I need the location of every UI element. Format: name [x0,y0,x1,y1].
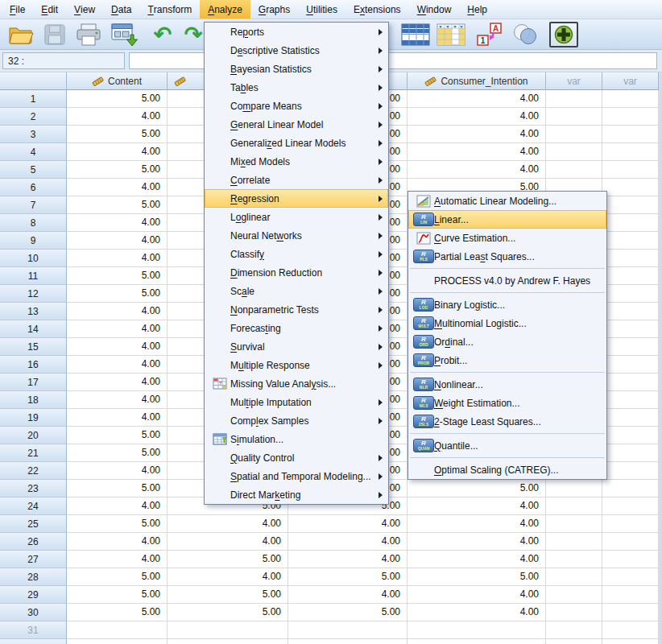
row-header-5[interactable]: 5 [0,161,67,179]
cell-var2-row32[interactable] [602,639,659,644]
cell-content-row23[interactable]: 5.00 [67,480,168,497]
regression-submenu-item-partial-least-squares[interactable]: RPLSPartial Least Squares... [408,247,606,266]
analyze-menu-item-spatial-and-temporal-modeling[interactable]: Spatial and Temporal Modeling... [205,467,388,485]
row-header-7[interactable]: 7 [0,196,67,214]
row-header-31[interactable]: 31 [0,621,67,639]
analyze-menu-item-scale[interactable]: Scale [205,282,388,300]
row-header-17[interactable]: 17 [0,374,67,391]
cell-var2-row24[interactable] [602,497,659,515]
cell-var1-row1[interactable] [546,90,602,108]
cell-v2-row26[interactable]: 4.00 [168,533,288,551]
regression-submenu-item-ordinal[interactable]: RORDOrdinal... [408,332,606,351]
cell-ci-row32[interactable] [408,639,546,644]
row-header-19[interactable]: 19 [0,409,67,427]
cell-var2-row12[interactable] [602,285,659,303]
analyze-menu-item-missing-value-analysis[interactable]: ?Missing Value Analysis... [205,374,388,393]
cell-var2-row9[interactable] [602,232,659,250]
row-header-10[interactable]: 10 [0,250,67,267]
regression-submenu-item-automatic-linear-modeling[interactable]: Automatic Linear Modeling... [408,192,606,210]
analyze-menu-item-generalized-linear-models[interactable]: Generalized Linear Models [205,134,388,152]
analyze-menu-item-forecasting[interactable]: Forecasting [205,319,388,337]
row-header-18[interactable]: 18 [0,391,67,409]
cell-var2-row3[interactable] [602,126,659,143]
cell-ci-row25[interactable]: 4.00 [408,515,546,533]
cell-content-row18[interactable]: 4.00 [67,391,168,409]
cell-content-row12[interactable]: 5.00 [67,285,168,303]
analyze-menu-item-nonparametric-tests[interactable]: Nonparametric Tests [205,300,388,319]
cell-var2-row10[interactable] [602,250,659,267]
cell-ci-row31[interactable] [408,621,546,639]
cell-var2-row25[interactable] [602,515,659,533]
regression-submenu-item-quantile[interactable]: RQUANQuantile... [408,436,606,455]
cell-var2-row22[interactable] [602,462,659,480]
analyze-menu-item-multiple-imputation[interactable]: Multiple Imputation [205,393,388,411]
regression-submenu-item-binary-logistic[interactable]: RLOGBinary Logistic... [408,295,606,314]
menubar-item-help[interactable]: Help [459,0,495,19]
analyze-menu-item-simulation[interactable]: Simulation... [205,430,388,448]
row-header-13[interactable]: 13 [0,303,67,320]
cell-content-row16[interactable]: 4.00 [67,356,168,374]
row-header-20[interactable]: 20 [0,427,67,444]
cell-var2-row13[interactable] [602,303,659,320]
menubar-item-extensions[interactable]: Extensions [345,0,409,19]
cell-var1-row5[interactable] [546,161,602,179]
cell-var2-row30[interactable] [602,604,659,621]
row-header-11[interactable]: 11 [0,267,67,285]
cell-content-row7[interactable]: 5.00 [67,196,168,214]
save-icon[interactable] [40,22,69,47]
cell-ci-row30[interactable]: 4.00 [408,604,546,621]
regression-submenu-item-multinomial-logistic[interactable]: RMULTMultinomial Logistic... [408,314,606,332]
cell-v3-row29[interactable]: 4.00 [288,586,408,604]
variables-table-icon[interactable] [437,22,465,47]
cell-var2-row2[interactable] [602,108,659,126]
cell-var2-row4[interactable] [602,143,659,161]
cell-content-row22[interactable]: 4.00 [67,462,168,480]
cell-ci-row4[interactable]: 4.00 [408,143,546,161]
cell-content-row20[interactable]: 5.00 [67,427,168,444]
menubar-item-utilities[interactable]: Utilities [298,0,345,19]
row-header-3[interactable]: 3 [0,126,67,143]
menubar-item-graphs[interactable]: Graphs [250,0,298,19]
cell-v2-row31[interactable] [168,621,288,639]
regression-submenu-item-linear[interactable]: RLINLinear... [408,210,606,229]
cell-var2-row11[interactable] [602,267,659,285]
cell-content-row21[interactable]: 5.00 [67,444,168,462]
analyze-menu-item-general-linear-model[interactable]: General Linear Model [205,115,388,134]
cell-var2-row23[interactable] [602,480,659,497]
regression-submenu-item-optimal-scaling-catreg[interactable]: Optimal Scaling (CATREG)... [408,460,606,479]
cell-content-row4[interactable]: 4.00 [67,143,168,161]
cell-v2-row27[interactable]: 5.00 [168,551,288,568]
row-header-30[interactable]: 30 [0,604,67,621]
regression-submenu-item-process-v4-0-by-andrew-f-hayes[interactable]: PROCESS v4.0 by Andrew F. Hayes [408,271,606,290]
cell-ci-row2[interactable]: 4.00 [408,108,546,126]
cell-var1-row31[interactable] [546,621,602,639]
cell-content-row9[interactable]: 4.00 [67,232,168,250]
grid-corner-cell[interactable] [0,72,67,90]
cell-var2-row18[interactable] [602,391,659,409]
row-header-29[interactable]: 29 [0,586,67,604]
menubar-item-view[interactable]: View [66,0,103,19]
analyze-menu-item-quality-control[interactable]: Quality Control [205,448,388,467]
recall-dialogs-icon[interactable] [110,22,139,47]
cell-content-row29[interactable]: 5.00 [67,586,168,604]
row-header-6[interactable]: 6 [0,179,67,196]
cell-v3-row32[interactable] [288,639,408,644]
analyze-menu-item-regression[interactable]: Regression [205,189,388,208]
analyze-menu-item-compare-means[interactable]: Compare Means [205,97,388,115]
cell-ci-row28[interactable]: 5.00 [408,568,546,586]
show-all-variables-icon[interactable] [549,22,578,47]
row-header-2[interactable]: 2 [0,108,67,126]
cell-var1-row25[interactable] [546,515,602,533]
analyze-menu-item-complex-samples[interactable]: Complex Samples [205,411,388,430]
value-labels-icon[interactable]: A 1 [475,22,504,47]
open-file-icon[interactable] [6,22,35,47]
row-header-1[interactable]: 1 [0,90,67,108]
row-header-23[interactable]: 23 [0,480,67,497]
menubar-item-data[interactable]: Data [103,0,139,19]
split-table-icon[interactable] [401,22,430,47]
analyze-menu-item-correlate[interactable]: Correlate [205,171,388,189]
menubar-item-analyze[interactable]: Analyze [200,0,250,19]
regression-submenu-item-curve-estimation[interactable]: Curve Estimation... [408,229,606,247]
row-header-15[interactable]: 15 [0,338,67,356]
cell-ci-row3[interactable]: 4.00 [408,126,546,143]
